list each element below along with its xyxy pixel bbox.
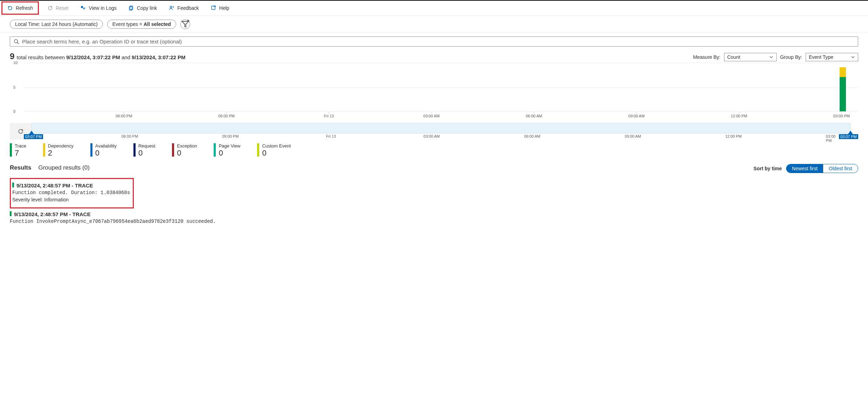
svg-point-4	[170, 6, 172, 8]
search-box[interactable]	[10, 36, 858, 47]
legend-label: Dependency	[48, 143, 74, 149]
timeline-chart[interactable]: 10 5 0 06:00 PM09:00 PMFri 1303:00 AM06:…	[10, 63, 858, 140]
end-datetime: 9/13/2024, 3:07:22 PM	[132, 54, 185, 60]
measure-by-label: Measure By:	[693, 54, 721, 60]
legend-label: Page View	[219, 143, 240, 149]
refresh-button[interactable]: Refresh	[5, 4, 35, 12]
brush-handle-right[interactable]	[848, 131, 853, 134]
result-header: 9/13/2024, 2:48:57 PM - TRACE	[16, 183, 130, 188]
legend-label: Exception	[177, 143, 197, 149]
brush-tick: 09:00 PM	[222, 134, 239, 138]
legend-swatch	[90, 143, 92, 157]
measure-by-select[interactable]: Count	[724, 53, 777, 61]
svg-point-0	[81, 6, 83, 8]
brush-tick: 09:00 AM	[625, 134, 641, 138]
brush-track[interactable]	[32, 123, 850, 133]
reset-button: Reset	[45, 4, 71, 12]
legend-item[interactable]: Exception0	[172, 143, 197, 158]
brush-tick: 06:00 AM	[524, 134, 540, 138]
legend-swatch	[214, 143, 216, 157]
summary-row: 9 total results between 9/12/2024, 3:07:…	[10, 51, 858, 61]
legend-count: 0	[138, 149, 155, 158]
result-severity: Severity level: Information	[12, 197, 130, 202]
svg-point-1	[83, 7, 85, 9]
brush-handle-left[interactable]	[29, 131, 34, 134]
time-range-label: Local Time: Last 24 hours (Automatic)	[15, 21, 98, 27]
result-header: 9/13/2024, 2:48:57 PM - TRACE	[14, 211, 858, 217]
feedback-icon	[169, 5, 174, 11]
legend-count: 0	[95, 149, 117, 158]
legend-label: Custom Event	[262, 143, 291, 149]
feedback-label: Feedback	[177, 5, 199, 11]
toolbar: Refresh Reset View in Logs Copy link Fee…	[0, 0, 868, 16]
copy-link-button[interactable]: Copy link	[126, 4, 159, 12]
search-input[interactable]	[22, 39, 854, 44]
trace-color-bar	[10, 211, 12, 216]
x-tick: Fri 13	[324, 114, 334, 118]
start-datetime: 9/12/2024, 3:07:22 PM	[66, 54, 120, 60]
legend-item[interactable]: Availability0	[90, 143, 117, 158]
trace-color-bar	[12, 183, 14, 187]
and-text: and	[120, 54, 132, 60]
y-tick: 0	[13, 109, 15, 113]
legend-item[interactable]: Custom Event0	[257, 143, 291, 158]
logs-icon	[81, 5, 86, 11]
brush-tick: 03:00 AM	[423, 134, 440, 138]
between-text: total results between	[15, 54, 66, 60]
legend-swatch	[172, 143, 174, 157]
help-button[interactable]: Help	[209, 4, 232, 12]
help-label: Help	[219, 5, 229, 11]
legend-label: Availability	[95, 143, 117, 149]
chart-brush[interactable]: 06:00 PM09:00 PMFri 1303:00 AM06:00 AM09…	[10, 123, 858, 140]
content-area: 9 total results between 9/12/2024, 3:07:…	[0, 33, 868, 233]
brush-tick: Fri 13	[326, 134, 336, 138]
tab-results[interactable]: Results	[10, 164, 31, 173]
sort-oldest-button[interactable]: Oldest first	[823, 164, 858, 173]
x-tick: 03:00 PM	[833, 114, 850, 118]
legend-item[interactable]: Dependency2	[43, 143, 74, 158]
brush-tick: 06:00 PM	[122, 134, 138, 138]
legend-count: 2	[48, 149, 74, 158]
time-range-pill[interactable]: Local Time: Last 24 hours (Automatic)	[10, 20, 103, 29]
legend-item[interactable]: Request0	[133, 143, 155, 158]
result-item[interactable]: 9/13/2024, 2:48:57 PM - TRACE Function c…	[12, 180, 130, 205]
legend-item[interactable]: Trace7	[10, 143, 26, 158]
tab-grouped-results[interactable]: Grouped results (0)	[38, 164, 89, 173]
copy-link-label: Copy link	[137, 5, 157, 11]
feedback-button[interactable]: Feedback	[167, 4, 201, 12]
chart-x-axis: 06:00 PM09:00 PMFri 1303:00 AM06:00 AM09…	[24, 112, 858, 123]
group-by-value: Event Type	[809, 54, 833, 60]
bar-segment-dependency	[840, 67, 846, 77]
result-item[interactable]: 9/13/2024, 2:48:57 PM - TRACE Function I…	[10, 209, 858, 226]
undo-icon	[47, 5, 53, 11]
chart-legend: Trace7Dependency2Availability0Request0Ex…	[10, 143, 858, 158]
brush-axis: 06:00 PM09:00 PMFri 1303:00 AM06:00 AM09…	[32, 133, 850, 140]
y-tick: 10	[13, 61, 18, 65]
measure-by-value: Count	[727, 54, 740, 60]
search-icon	[14, 39, 19, 44]
legend-item[interactable]: Page View0	[214, 143, 240, 158]
result-message: Function InvokePromptAsync_e7067ab796954…	[10, 219, 858, 224]
sort-toggle: Newest first Oldest first	[786, 164, 858, 173]
legend-count: 0	[177, 149, 197, 158]
chart-controls: Measure By: Count Group By: Event Type	[693, 53, 858, 61]
sort-newest-button[interactable]: Newest first	[786, 164, 823, 173]
view-in-logs-button[interactable]: View in Logs	[78, 4, 119, 12]
add-filter-button[interactable]	[180, 19, 190, 29]
event-types-pill[interactable]: Event types = All selected	[107, 20, 176, 29]
legend-label: Request	[138, 143, 155, 149]
sort-label: Sort by time	[753, 166, 782, 171]
legend-count: 0	[219, 149, 240, 158]
results-tab-row: Results Grouped results (0) Sort by time…	[10, 164, 858, 173]
chart-bar[interactable]	[840, 67, 846, 111]
brush-start-time: 03:07 PM	[24, 134, 43, 139]
result-time: 9/13/2024, 2:48:57 PM	[14, 211, 68, 217]
x-tick: 09:00 AM	[628, 114, 645, 118]
copy-icon	[129, 5, 134, 11]
result-type: TRACE	[73, 211, 91, 217]
refresh-icon	[7, 5, 13, 11]
x-tick: 12:00 PM	[731, 114, 747, 118]
results-tabs: Results Grouped results (0)	[10, 164, 90, 173]
filter-row: Local Time: Last 24 hours (Automatic) Ev…	[0, 16, 868, 33]
group-by-select[interactable]: Event Type	[806, 53, 858, 61]
